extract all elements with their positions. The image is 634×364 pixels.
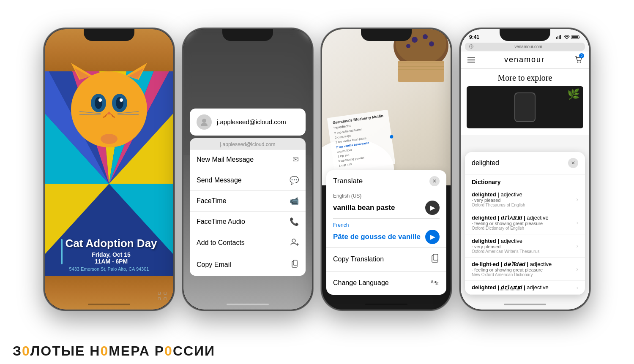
copy-email-icon xyxy=(290,260,299,270)
svg-rect-62 xyxy=(572,36,578,38)
cat-illustration xyxy=(67,54,151,147)
browser-url: venamour.com xyxy=(476,44,581,49)
event-text-block: Cat Adoption Day Friday, Oct 15 11AM - 6… xyxy=(45,237,173,272)
footer-brand-text: З0ЛОТЫЕ Н0МЕРА Р0ССИИ xyxy=(13,343,215,359)
phone-2: j.appleseed@icloud.com j.appleseed@iclou… xyxy=(182,28,313,311)
change-language-button[interactable]: Change Language A 文 xyxy=(326,271,446,295)
dict-entry-5[interactable]: delighted | dɪˈlʌɪtɪd | adjective › xyxy=(465,281,585,295)
facetime-label: FaceTime xyxy=(197,197,227,205)
svg-rect-34 xyxy=(158,298,161,300)
footer: З0ЛОТЫЕ Н0МЕРА Р0ССИИ xyxy=(0,338,634,364)
send-message-label: Send Message xyxy=(197,177,242,184)
product-image: 🌿 xyxy=(467,86,583,128)
translate-panel: Translate ✕ English (US) vanilla bean pa… xyxy=(326,170,446,295)
svg-rect-58 xyxy=(559,35,560,39)
phone-1-notch xyxy=(84,29,134,41)
main-area: Cat Adoption Day Friday, Oct 15 11AM - 6… xyxy=(0,0,634,338)
svg-rect-33 xyxy=(164,292,167,294)
dict-entry-2-text: delighted | dɪˈlʌɪtɪd | adjective · feel… xyxy=(472,215,576,231)
phone-4-screen: 9:41 venamour.com xyxy=(461,29,589,310)
svg-line-30 xyxy=(118,114,139,115)
footer-zero-2: 0 xyxy=(100,343,109,359)
svg-point-25 xyxy=(120,98,123,102)
menu-item-send-message[interactable]: Send Message 💬 xyxy=(190,170,306,191)
menu-item-add-contacts[interactable]: Add to Contacts xyxy=(190,232,306,254)
menu-item-facetime[interactable]: FaceTime 📹 xyxy=(190,191,306,212)
dict-header: delighted ✕ xyxy=(465,152,585,174)
svg-point-44 xyxy=(412,37,418,43)
source-language-section: English (US) vanilla bean paste ▶ xyxy=(326,190,446,218)
email-menu-label: j.appleseed@icloud.com xyxy=(190,138,306,149)
dict-entry-4-text: de·light·ed | dəˈlīdəd | adjective · fee… xyxy=(472,261,576,277)
phone-3: Grandma's Blueberry Muffin Ingredients: … xyxy=(321,28,452,311)
contact-avatar xyxy=(197,114,212,130)
page-content: More to explore 🌿 xyxy=(461,69,589,135)
add-contacts-icon xyxy=(290,238,299,248)
dict-chevron-1: › xyxy=(576,196,578,203)
dict-entry-3-text: delighted | adjective · very pleased Oxf… xyxy=(472,238,576,254)
recipe-card: Grandma's Blueberry Muffin Ingredients: … xyxy=(327,110,395,172)
leaves-decoration: 🌿 xyxy=(567,88,580,100)
dict-chevron-4: › xyxy=(576,266,578,272)
dict-chevron-5: › xyxy=(576,284,578,291)
dict-entry-2[interactable]: delighted | dɪˈlʌɪtɪd | adjective · feel… xyxy=(465,211,585,234)
copy-email-label: Copy Email xyxy=(197,261,231,269)
dictionary-popup: delighted ✕ Dictionary delighted | adjec… xyxy=(465,152,585,295)
dict-word-title: delighted xyxy=(472,159,499,167)
email-display: j.appleseed@icloud.com xyxy=(217,118,286,125)
svg-rect-56 xyxy=(556,37,557,39)
menu-item-copy-email[interactable]: Copy Email xyxy=(190,254,306,276)
svg-line-28 xyxy=(79,114,101,115)
svg-point-37 xyxy=(292,239,295,242)
store-nav: venamour 0 xyxy=(461,52,589,69)
menu-item-facetime-audio[interactable]: FaceTime Audio 📞 xyxy=(190,212,306,232)
mail-icon: ✉ xyxy=(292,155,299,164)
dict-entry-1[interactable]: delighted | adjective · very pleased Oxf… xyxy=(465,188,585,211)
change-lang-label: Change Language xyxy=(333,279,389,287)
new-mail-label: New Mail Message xyxy=(197,156,254,163)
dict-chevron-2: › xyxy=(576,219,578,226)
event-time: 11AM - 6PM xyxy=(65,258,157,265)
dict-entry-4[interactable]: de·light·ed | dəˈlīdəd | adjective · fee… xyxy=(465,258,585,281)
message-icon: 💬 xyxy=(290,176,299,185)
phone-4-notch xyxy=(500,29,550,41)
svg-rect-48 xyxy=(398,61,444,82)
svg-point-36 xyxy=(202,119,206,123)
menu-item-new-mail[interactable]: New Mail Message ✉ xyxy=(190,149,306,170)
hamburger-menu[interactable] xyxy=(467,57,475,62)
svg-point-24 xyxy=(98,98,102,102)
email-header-card: j.appleseed@icloud.com xyxy=(190,109,306,136)
add-contacts-label: Add to Contacts xyxy=(197,239,245,247)
phone-3-screen: Grandma's Blueberry Muffin Ingredients: … xyxy=(322,29,451,310)
phone-1-home-bar xyxy=(88,304,130,305)
phone-3-home-bar xyxy=(365,304,407,305)
phone-1-screen: Cat Adoption Day Friday, Oct 15 11AM - 6… xyxy=(45,29,173,310)
play-source-button[interactable]: ▶ xyxy=(425,201,440,215)
cart-button[interactable]: 0 xyxy=(574,55,582,65)
browser-bar[interactable]: venamour.com xyxy=(465,43,585,51)
target-text: Pâte de gousse de vanille ▶ xyxy=(333,230,440,244)
phone-4-home-bar xyxy=(504,304,546,305)
translate-close-button[interactable]: ✕ xyxy=(429,176,440,186)
svg-point-46 xyxy=(406,44,410,48)
svg-rect-59 xyxy=(560,35,561,39)
copy-translation-button[interactable]: Copy Translation xyxy=(326,247,446,271)
footer-zero-1: 0 xyxy=(22,343,30,359)
source-lang-label: English (US) xyxy=(333,193,440,199)
store-name-logo: venamour xyxy=(504,55,545,64)
svg-rect-53 xyxy=(433,254,438,260)
footer-zero-3: 0 xyxy=(164,343,173,359)
dict-entry-5-text: delighted | dɪˈlʌɪtɪd | adjective xyxy=(472,284,576,291)
dict-entry-3[interactable]: delighted | adjective · very pleased Oxf… xyxy=(465,234,585,258)
svg-text:A: A xyxy=(431,280,434,284)
status-time: 9:41 xyxy=(469,34,479,40)
translate-title: Translate xyxy=(333,177,363,185)
change-lang-icon: A 文 xyxy=(430,277,440,289)
facetime-audio-label: FaceTime Audio xyxy=(197,218,245,225)
phone-1: Cat Adoption Day Friday, Oct 15 11AM - 6… xyxy=(44,28,175,311)
dict-section-title: Dictionary xyxy=(465,174,585,188)
svg-point-65 xyxy=(577,61,578,62)
dict-close-button[interactable]: ✕ xyxy=(568,158,578,168)
play-target-button[interactable]: ▶ xyxy=(425,230,440,244)
target-lang-label: French xyxy=(333,222,440,228)
